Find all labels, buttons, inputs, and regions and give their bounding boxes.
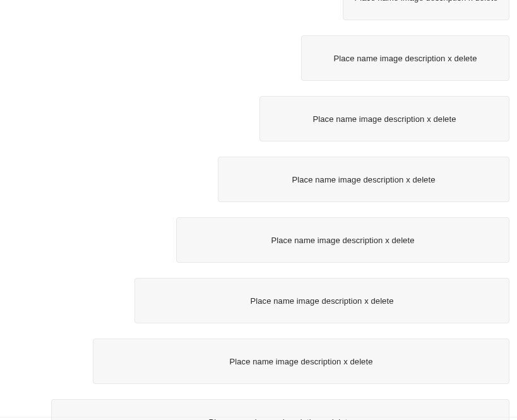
place-card-label: Place name image description x delete [355, 0, 498, 3]
place-card-label: Place name image description x delete [292, 175, 436, 184]
place-card[interactable]: Place name image description x delete [301, 35, 509, 81]
place-card[interactable]: Place name image description x delete [218, 157, 509, 202]
place-card[interactable]: Place name image description x delete [176, 217, 509, 263]
place-card[interactable]: Place name image description x delete [134, 278, 509, 323]
divider [0, 417, 517, 417]
place-card-label: Place name image description x delete [334, 54, 477, 63]
place-card[interactable]: Place name image description x delete [93, 339, 509, 384]
place-card[interactable]: Place name image description x delete [259, 96, 509, 141]
place-card-label: Place name image description x delete [313, 114, 456, 124]
card-list: Place name image description x delete Pl… [51, 0, 509, 420]
place-card-label: Place name image description x delete [209, 417, 352, 421]
place-card-label: Place name image description x delete [230, 357, 373, 366]
place-card-label: Place name image description x delete [251, 296, 394, 306]
place-card-label: Place name image description x delete [271, 236, 415, 245]
place-card[interactable]: Place name image description x delete [343, 0, 509, 20]
